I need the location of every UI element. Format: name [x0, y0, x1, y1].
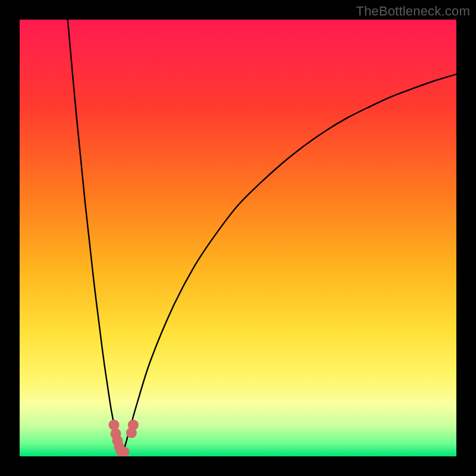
- chart-svg: [20, 20, 456, 456]
- chart-background: [20, 20, 456, 456]
- watermark-label: TheBottleneck.com: [356, 4, 470, 19]
- chart-plot-area: [20, 20, 456, 456]
- chart-frame: TheBottleneck.com: [0, 0, 476, 476]
- cluster-dot: [128, 419, 139, 430]
